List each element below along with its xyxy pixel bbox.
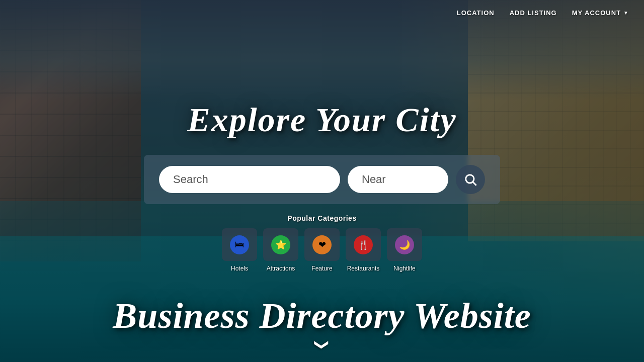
category-nightlife-icon-wrap: 🌙 xyxy=(387,228,422,261)
category-feature-label: Feature xyxy=(311,265,332,272)
category-nightlife[interactable]: 🌙 Nightlife xyxy=(387,228,422,272)
category-feature-icon-wrap: ❤ xyxy=(304,228,340,261)
search-container xyxy=(144,155,500,204)
nightlife-icon: 🌙 xyxy=(395,235,414,254)
category-attractions-icon-wrap: ⭐ xyxy=(263,228,298,261)
category-restaurants-label: Restaurants xyxy=(347,265,380,272)
svg-point-0 xyxy=(466,175,474,183)
category-hotels[interactable]: 🛏 Hotels xyxy=(222,228,257,272)
attractions-icon: ⭐ xyxy=(271,235,290,254)
categories-row: 🛏 Hotels ⭐ Attractions ❤ Feature 🍴 Resta… xyxy=(222,228,422,272)
restaurants-icon: 🍴 xyxy=(354,235,373,254)
nav-location[interactable]: LOCATION xyxy=(457,9,495,17)
category-attractions-label: Attractions xyxy=(267,265,295,272)
nav-add-listing[interactable]: ADD LISTING xyxy=(510,9,557,17)
category-hotels-icon-wrap: 🛏 xyxy=(222,228,257,261)
nav-my-account[interactable]: MY ACCOUNT ▼ xyxy=(572,9,629,17)
chevron-down-icon: ▼ xyxy=(623,10,629,16)
hotels-icon: 🛏 xyxy=(230,235,249,254)
near-input[interactable] xyxy=(348,166,448,193)
category-feature[interactable]: ❤ Feature xyxy=(304,228,340,272)
feature-icon: ❤ xyxy=(312,235,332,254)
category-attractions[interactable]: ⭐ Attractions xyxy=(263,228,298,272)
search-button[interactable] xyxy=(456,165,485,194)
popular-categories-label: Popular Categories xyxy=(287,214,356,222)
category-hotels-label: Hotels xyxy=(231,265,248,272)
category-restaurants[interactable]: 🍴 Restaurants xyxy=(346,228,381,272)
search-icon xyxy=(463,172,477,187)
nav-my-account-label: MY ACCOUNT xyxy=(572,9,621,17)
hero-title: Explore Your City xyxy=(187,100,456,140)
scroll-down-arrow[interactable]: ❯ xyxy=(314,339,331,350)
category-nightlife-label: Nightlife xyxy=(393,265,415,272)
navbar: LOCATION ADD LISTING MY ACCOUNT ▼ xyxy=(0,0,644,25)
search-input[interactable] xyxy=(159,166,340,193)
category-restaurants-icon-wrap: 🍴 xyxy=(346,228,381,261)
svg-line-1 xyxy=(473,182,476,185)
bottom-title: Business Directory Website xyxy=(0,295,644,337)
